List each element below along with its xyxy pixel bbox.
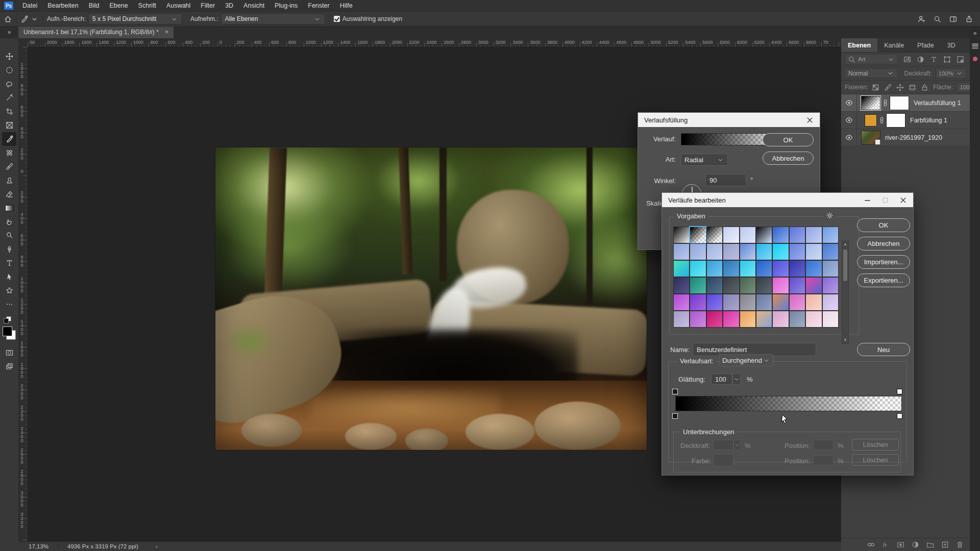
type-layer-filter-icon[interactable]: [930, 56, 938, 63]
gradient-preset-swatch[interactable]: [756, 277, 772, 294]
gradient-preset-swatch[interactable]: [706, 294, 723, 311]
smoothness-input[interactable]: [711, 373, 732, 385]
gradient-preset-swatch[interactable]: [706, 243, 723, 260]
screen-mode-button[interactable]: [2, 360, 16, 373]
new-layer-icon[interactable]: [941, 541, 949, 548]
gradient-editor-dialog-titlebar[interactable]: Verläufe bearbeiten: [662, 193, 913, 207]
layer-effects-icon[interactable]: fx: [882, 541, 890, 548]
gradient-preset-swatch[interactable]: [723, 277, 739, 294]
gradient-preset-swatch[interactable]: [805, 227, 822, 243]
minimize-icon[interactable]: [864, 196, 871, 204]
color-fill-thumbnail[interactable]: [865, 114, 877, 127]
smudge-tool[interactable]: [2, 215, 16, 229]
gradient-preset-swatch[interactable]: [772, 260, 789, 277]
scrollbar-thumb[interactable]: [843, 249, 847, 281]
gradient-preset-swatch[interactable]: [789, 311, 805, 328]
gradient-tool[interactable]: [2, 201, 16, 215]
gradient-preset-swatch[interactable]: [772, 277, 789, 294]
scroll-down-icon[interactable]: ▼: [842, 337, 848, 343]
color-stop-left[interactable]: [672, 413, 678, 419]
gradient-preset-swatch[interactable]: [690, 243, 706, 260]
foreground-color-swatch[interactable]: [3, 327, 12, 336]
path-selection-tool[interactable]: [2, 270, 16, 284]
menu-item-datei[interactable]: Datei: [17, 0, 42, 11]
gradient-preset-swatch[interactable]: [740, 294, 756, 311]
menu-item-bild[interactable]: Bild: [84, 0, 105, 11]
gradient-preset-swatch[interactable]: [822, 294, 839, 311]
collapse-toolbar-icon[interactable]: »: [0, 26, 18, 38]
panel-menu-icon[interactable]: [971, 42, 979, 49]
eyedropper-tool[interactable]: [2, 132, 16, 146]
gradient-preset-swatch[interactable]: [690, 311, 706, 328]
gradient-preset-swatch[interactable]: [822, 277, 839, 294]
opacity-stop-right[interactable]: [897, 389, 902, 394]
layer-row-background-image[interactable]: river-2951997_1920: [841, 129, 970, 146]
presets-scrollbar[interactable]: ▲ ▼: [842, 241, 849, 344]
gradient-preset-swatch[interactable]: [690, 277, 706, 294]
maximize-icon[interactable]: [881, 196, 889, 204]
menu-item-ansicht[interactable]: Ansicht: [238, 0, 270, 11]
pixel-layer-filter-icon[interactable]: [903, 56, 911, 63]
menu-item-auswahl[interactable]: Auswahl: [161, 0, 195, 11]
chevron-down-icon[interactable]: [732, 373, 741, 385]
gradient-preset-swatch[interactable]: [740, 260, 756, 277]
menu-item-plug-ins[interactable]: Plug-ins: [270, 0, 303, 11]
delete-layer-icon[interactable]: [956, 541, 964, 548]
gradient-preset-swatch[interactable]: [756, 294, 772, 311]
gradient-preset-swatch[interactable]: [723, 227, 739, 243]
layer-visibility-toggle[interactable]: [841, 94, 857, 111]
gradient-preset-swatch[interactable]: [706, 311, 723, 328]
import-button[interactable]: Importieren...: [857, 255, 910, 269]
gradient-preset-swatch[interactable]: [690, 294, 706, 311]
quick-mask-button[interactable]: [2, 346, 16, 360]
panel-tab-3d[interactable]: 3D: [941, 38, 962, 52]
scroll-up-icon[interactable]: ▲: [842, 241, 848, 247]
gradient-preset-swatch[interactable]: [723, 260, 739, 277]
blend-mode-select[interactable]: Normal: [845, 68, 898, 78]
gradient-preset-swatch[interactable]: [740, 311, 756, 328]
magic-wand-tool[interactable]: [2, 91, 16, 105]
close-icon[interactable]: [899, 196, 907, 204]
gradient-preset-swatch[interactable]: [772, 227, 789, 243]
marquee-tool[interactable]: [2, 63, 16, 77]
gradient-preset-swatch[interactable]: [723, 243, 739, 260]
layer-row-color-fill[interactable]: Farbfüllung 1: [841, 112, 970, 129]
type-tool[interactable]: [2, 256, 16, 270]
menu-item-fenster[interactable]: Fenster: [303, 0, 334, 11]
gradient-type-select[interactable]: Radial: [681, 154, 728, 166]
menu-item-filter[interactable]: Filter: [195, 0, 220, 11]
layer-mask-thumbnail[interactable]: [886, 113, 905, 128]
show-ring-option[interactable]: Auswahlring anzeigen: [330, 15, 406, 22]
gradient-preset-swatch[interactable]: [756, 243, 772, 260]
gradient-preset-swatch[interactable]: [673, 243, 690, 260]
layer-row-gradient-fill[interactable]: Verlaufsfüllung 1: [841, 94, 970, 112]
gradient-preset-swatch[interactable]: [789, 227, 805, 243]
gradient-preset-swatch[interactable]: [723, 311, 739, 328]
layer-name[interactable]: river-2951997_1920: [885, 134, 942, 141]
healing-brush-tool[interactable]: [2, 146, 16, 160]
new-adjustment-icon[interactable]: [912, 541, 919, 548]
document-tab[interactable]: Unbenannt-1 bei 17,1% (Farbfüllung 1, RG…: [18, 26, 174, 38]
gradient-preset-swatch[interactable]: [706, 277, 723, 294]
panel-tab-pfade[interactable]: Pfade: [911, 38, 941, 52]
cancel-button[interactable]: Abbrechen: [763, 152, 814, 165]
search-icon[interactable]: [934, 15, 941, 23]
gradient-preset-swatch[interactable]: [789, 294, 805, 311]
gear-icon[interactable]: [823, 212, 836, 219]
gradient-preset-swatch[interactable]: [772, 311, 789, 328]
gradient-preset-swatch[interactable]: [805, 294, 822, 311]
add-user-icon[interactable]: [918, 15, 925, 23]
shape-layer-filter-icon[interactable]: [943, 56, 951, 63]
panel-tab-ebenen[interactable]: Ebenen: [841, 38, 877, 52]
gradient-preset-swatch[interactable]: [805, 243, 822, 260]
layer-visibility-toggle[interactable]: [841, 112, 857, 129]
frame-tool[interactable]: [2, 118, 16, 132]
share-icon[interactable]: [965, 15, 973, 23]
crop-tool[interactable]: [2, 105, 16, 118]
image-layer-thumbnail[interactable]: [861, 131, 880, 145]
gradient-preset-swatch[interactable]: [673, 260, 690, 277]
layer-visibility-toggle[interactable]: [841, 129, 857, 146]
gradient-preset-swatch[interactable]: [822, 260, 839, 277]
lasso-tool[interactable]: [2, 77, 16, 91]
gradient-preset-swatch[interactable]: [756, 311, 772, 328]
